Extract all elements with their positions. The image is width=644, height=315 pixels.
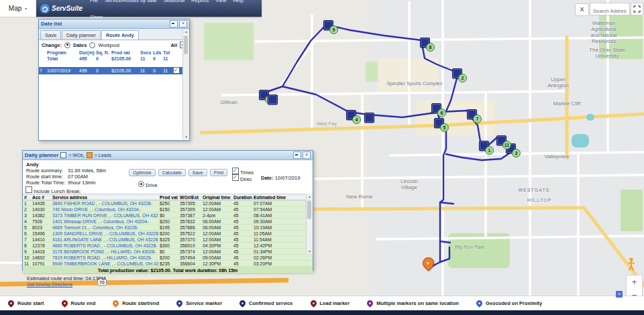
dates-radio-label: Dates xyxy=(73,42,87,48)
search-address-input[interactable] xyxy=(590,5,629,17)
tab-save[interactable]: Save xyxy=(40,30,61,40)
cell: 11 xyxy=(162,56,172,62)
directions-checkbox[interactable] xyxy=(232,174,239,181)
save-button[interactable]: Save xyxy=(189,169,207,176)
times-checkbox[interactable] xyxy=(232,168,239,174)
date-value: 10/07/2019 xyxy=(275,175,301,181)
service-address-link[interactable]: 4161 ARLINGATE LANE , - COLUMBUS, OH 432… xyxy=(51,237,158,242)
date-list-scrollbar[interactable]: ▲ ▼ xyxy=(182,29,189,139)
planner-scrollbar[interactable]: ▲ ▼ xyxy=(306,194,313,254)
column-header: Program xyxy=(46,50,78,56)
service-address-link[interactable]: 5949 TIMBERBROOK LANE , - COLUMBUS, OH 4… xyxy=(51,261,158,266)
menu-file[interactable]: File xyxy=(87,0,101,9)
table-row[interactable]: 3143823373 TIMBER RUN DRIVE , - COLUMBUS… xyxy=(23,212,313,218)
service-address-link[interactable]: 1309 SANDRELL DRIVE , - COLUMBUS, OH 432… xyxy=(51,231,158,236)
optimize-button[interactable]: Optimize xyxy=(129,169,156,176)
cell: $2105.00 xyxy=(111,68,140,74)
cell: $0 xyxy=(158,249,178,254)
table-row[interactable]: 580234669 Tremont Ct , - Columbus, OH 43… xyxy=(23,225,313,231)
cell: 14435 xyxy=(31,200,51,206)
service-address-link[interactable]: 1401 Winesap DRIVE , - Columbus, OH 4320… xyxy=(51,218,158,224)
service-address-link[interactable]: 4669 Tremont Ct , - Columbus, OH 43228- xyxy=(51,225,158,230)
fullscreen-button[interactable] xyxy=(631,3,643,15)
cell xyxy=(172,66,183,75)
scroll-up-icon[interactable]: ▲ xyxy=(183,29,189,34)
service-address-link[interactable]: 740 Nixon DRIVE , - Columbus, OH 43204- xyxy=(51,206,158,212)
table-row[interactable]: 10146927819 ROBERTS ROAD , - HILLIARD, O… xyxy=(23,255,313,261)
menu-help[interactable]: Help xyxy=(229,0,246,9)
table-row[interactable]: 11107915949 TIMBERBROOK LANE , - COLUMBU… xyxy=(23,261,313,267)
table-row[interactable]: 6154961309 SANDRELL DRIVE , - COLUMBUS, … xyxy=(23,231,313,237)
dates-radio[interactable] xyxy=(64,42,70,48)
leads-legend-label: = Leads xyxy=(95,153,111,158)
chevron-down-icon: ▼ xyxy=(24,7,28,11)
cell: 12378 xyxy=(31,243,51,248)
service-address-link[interactable]: 3840 FISHER ROAD , - COLUMBUS, OH 43228- xyxy=(51,200,158,206)
date-label: Date: xyxy=(261,175,274,181)
table-row[interactable]: 9144163176 BENBROOK POND , - HILLIARD, O… xyxy=(23,249,313,255)
tab-route-andy[interactable]: Route Andy xyxy=(101,30,139,40)
daily-planner-titlebar[interactable]: Daily planner = WOs, = Leads × xyxy=(23,151,313,160)
date-list-panel: Date list × SaveDaily plannerRoute Andy … xyxy=(38,19,190,141)
service-address-link[interactable]: 4660 ROBERTS ROAD , - COLUMBUS, OH 43228… xyxy=(51,243,158,248)
menu-view[interactable]: View xyxy=(212,0,229,9)
drive-radio[interactable] xyxy=(138,181,144,187)
scroll-down-icon[interactable]: ▼ xyxy=(307,249,313,253)
search-close-button[interactable]: X xyxy=(575,3,589,16)
pegman-icon[interactable] xyxy=(628,257,635,273)
map-view-tab[interactable]: Map ▼ xyxy=(0,0,37,17)
route-summary-label: Route summary: xyxy=(26,168,68,174)
end-time-label: Estimated route end time: xyxy=(27,275,84,281)
menu-seasonal[interactable]: Seasonal xyxy=(160,0,188,9)
minimize-icon[interactable] xyxy=(170,20,178,27)
column-header: Service address xyxy=(51,194,158,200)
date-list-selected-row[interactable]: 710/07/20194950$2105.0011011 xyxy=(39,67,189,74)
close-icon[interactable]: × xyxy=(303,151,311,159)
close-icon[interactable]: × xyxy=(179,20,187,27)
table-row[interactable]: 8123784660 ROBERTS ROAD , - COLUMBUS, OH… xyxy=(23,243,313,249)
service-address-link[interactable]: 3176 BENBROOK POND , - HILLIARD, OH 4302… xyxy=(51,249,158,254)
cell: $2105.00 xyxy=(111,56,140,62)
service-address-link[interactable]: 7819 ROBERTS ROAD , - HILLIARD, OH 43026… xyxy=(51,255,158,260)
table-row[interactable]: 1144353840 FISHER ROAD , - COLUMBUS, OH … xyxy=(23,200,313,206)
table-row[interactable]: 479261401 Winesap DRIVE , - Columbus, OH… xyxy=(23,218,313,225)
legend-close-button[interactable]: × xyxy=(616,291,623,298)
search-address-box xyxy=(590,3,630,15)
tab-daily-planner[interactable]: Daily planner xyxy=(62,30,101,40)
service-address-link[interactable]: 3373 TIMBER RUN DRIVE , - COLUMBUS, OH 4… xyxy=(51,212,158,218)
print-button[interactable]: Print xyxy=(210,169,227,176)
legend-label: Confirmed service xyxy=(249,300,292,306)
cell: 04:30PM xyxy=(201,243,232,248)
scroll-down-icon[interactable]: ▼ xyxy=(183,135,189,139)
table-row[interactable]: 7144104161 ARLINGATE LANE , - COLUMBUS, … xyxy=(23,237,313,243)
cell: 357374 xyxy=(178,249,201,254)
planner-footer: Estimated route end time: 04:13PM Get Dr… xyxy=(23,274,313,289)
date-list-titlebar[interactable]: Date list × xyxy=(39,19,189,29)
menu-reports[interactable]: Reports xyxy=(188,0,212,9)
directions-label: Direc xyxy=(240,176,252,182)
minimize-icon[interactable] xyxy=(293,151,301,159)
column-header: Lds xyxy=(152,50,162,56)
cell: 14382 xyxy=(31,212,51,218)
route-total-label: Route Total Time: xyxy=(26,180,68,186)
cell: 45 xyxy=(232,218,252,224)
cell: 12:00AM xyxy=(201,231,232,236)
cell: 495 xyxy=(78,56,95,62)
cell: 11 xyxy=(162,68,172,74)
menu-service-routes-by-date[interactable]: Service/Routes by date xyxy=(101,0,160,9)
cell: 09:30AM xyxy=(252,218,288,224)
cell: 4 xyxy=(23,218,31,224)
legend-item: Route start/end xyxy=(113,300,159,306)
legend-item: Route start xyxy=(8,300,44,306)
cell: 10/07/2019 xyxy=(46,68,78,74)
scroll-up-icon[interactable]: ▲ xyxy=(307,194,313,198)
zoom-in-button[interactable]: + xyxy=(626,275,643,290)
driving-directions-link[interactable]: Get Driving Directions xyxy=(27,282,72,287)
table-row[interactable]: 214030740 Nixon DRIVE , - Columbus, OH 4… xyxy=(23,206,313,212)
row-checkbox[interactable] xyxy=(173,67,180,74)
cell: Total xyxy=(46,56,78,62)
workpool-radio[interactable] xyxy=(89,42,95,48)
lunch-break-checkbox[interactable] xyxy=(25,186,32,193)
calculate-button[interactable]: Calculate xyxy=(158,169,186,176)
cell: 12:00AM xyxy=(201,249,232,254)
